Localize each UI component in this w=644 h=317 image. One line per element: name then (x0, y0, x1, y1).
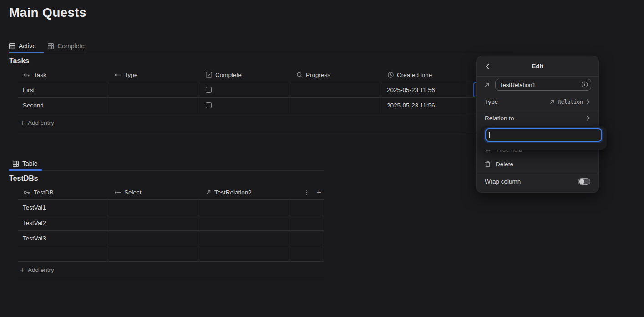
column-controls: ⋮ + (291, 188, 324, 197)
table-grid-icon (48, 43, 54, 49)
chevron-left-icon[interactable] (484, 63, 491, 70)
delete-row[interactable]: Delete (477, 157, 598, 171)
column-header-label: Complete (215, 72, 242, 78)
popup-divider (477, 173, 598, 173)
tab-complete[interactable]: Complete (48, 42, 85, 50)
table-row[interactable]: TestVal2 (18, 215, 324, 230)
arrow-ne-icon (549, 99, 555, 105)
checkbox-checked-icon (206, 72, 212, 78)
plus-icon: + (20, 119, 25, 127)
cell-select[interactable] (109, 231, 200, 246)
arrow-ne-icon (484, 82, 490, 88)
edit-field-popup: Edit Type Relation (476, 56, 599, 193)
table-row[interactable]: TestVal3 (18, 230, 324, 246)
cell-select[interactable] (109, 246, 200, 261)
column-header-label: Type (124, 72, 137, 78)
table-tabbar-divider (9, 170, 324, 171)
column-header-task[interactable]: Task (18, 72, 109, 78)
text-property-icon (115, 191, 121, 194)
add-entry-label: Add entry (28, 266, 54, 273)
testdbs-add-entry-row: + Add entry (18, 261, 324, 278)
field-name-row (477, 76, 598, 94)
cell-complete[interactable] (200, 82, 291, 97)
cell-select[interactable] (109, 215, 200, 230)
add-column-icon[interactable]: + (316, 188, 321, 197)
add-entry-label: Add entry (28, 119, 54, 126)
cell-extra[interactable] (291, 231, 324, 246)
cell-relation[interactable] (200, 215, 291, 230)
cell-type[interactable] (109, 98, 200, 113)
cell-type[interactable] (109, 82, 200, 97)
page-title: Main Quests (9, 5, 86, 20)
cell-relation[interactable] (200, 246, 291, 261)
cell-relation[interactable] (200, 200, 291, 215)
cell-select[interactable] (109, 200, 200, 215)
cell-extra[interactable] (291, 200, 324, 215)
table-row[interactable]: Second 2025-05-23 11:56 (18, 97, 513, 113)
info-icon[interactable] (581, 81, 588, 88)
table-grid-icon (9, 43, 15, 49)
cell-testdb[interactable] (18, 246, 109, 261)
cell-relation[interactable] (200, 231, 291, 246)
popup-header: Edit (477, 56, 598, 76)
cell-extra[interactable] (291, 246, 324, 261)
table-row[interactable]: TestVal1 (18, 199, 324, 215)
relation-search-input[interactable] (485, 128, 602, 142)
chevron-right-icon (586, 115, 590, 121)
tab-active-label: Active (19, 42, 36, 50)
tasks-table: Task Type Complete Prog (18, 67, 513, 132)
type-row[interactable]: Type Relation (477, 94, 598, 110)
column-header-type[interactable]: Type (109, 72, 200, 78)
cell-progress[interactable] (291, 82, 382, 97)
cell-testdb[interactable]: TestVal3 (18, 231, 109, 246)
tasks-table-header: Task Type Complete Prog (18, 67, 513, 82)
column-header-select[interactable]: Select (109, 189, 200, 196)
checkbox-unchecked[interactable] (206, 102, 212, 108)
arrow-ne-icon (206, 189, 211, 195)
cell-extra[interactable] (291, 215, 324, 230)
table-row[interactable]: First 2025-05-23 11:56 (18, 82, 513, 97)
type-value-label: Relation (558, 99, 583, 105)
key-icon (24, 190, 30, 195)
more-options-icon[interactable]: ⋮ (304, 189, 310, 196)
type-value: Relation (549, 99, 590, 105)
top-tab-active-underline (9, 52, 44, 53)
column-header-label: TestDB (34, 189, 54, 196)
top-tabbar: Active Complete (9, 40, 85, 52)
column-header-testdb[interactable]: TestDB (18, 189, 109, 196)
column-header-complete[interactable]: Complete (200, 72, 291, 78)
chevron-right-icon (586, 99, 590, 105)
popup-title: Edit (532, 63, 543, 70)
search-icon (297, 72, 303, 78)
column-header-label: Task (34, 72, 46, 78)
add-entry-button[interactable]: + Add entry (18, 266, 54, 274)
checkbox-unchecked[interactable] (206, 87, 212, 93)
cell-testdb[interactable]: TestVal2 (18, 215, 109, 230)
cell-testdb[interactable]: TestVal1 (18, 200, 109, 215)
add-entry-button[interactable]: + Add entry (18, 119, 54, 127)
trash-icon (485, 161, 491, 167)
testdbs-table: TestDB Select TestRelation2 ⋮ + TestVal1 (18, 185, 324, 278)
wrap-column-label: Wrap column (485, 178, 521, 185)
cell-progress[interactable] (291, 98, 382, 113)
table-row[interactable] (18, 246, 324, 261)
tab-table[interactable]: Table (13, 160, 37, 167)
column-header-progress[interactable]: Progress (291, 72, 382, 78)
tasks-add-entry-row: + Add entry (18, 113, 513, 132)
cell-complete[interactable] (200, 98, 291, 113)
wrap-column-toggle[interactable] (578, 178, 590, 185)
relation-to-label: Relation to (485, 115, 514, 122)
tasks-heading: Tasks (9, 57, 29, 65)
column-header-label: Created time (397, 72, 432, 78)
wrap-column-row: Wrap column (477, 174, 598, 189)
toggle-knob (579, 179, 584, 184)
cell-task[interactable]: First (18, 82, 109, 97)
column-header-label: TestRelation2 (214, 189, 252, 196)
tab-table-label: Table (22, 160, 37, 167)
testdbs-heading: TestDBs (9, 174, 38, 183)
field-name-input[interactable] (495, 79, 591, 91)
relation-to-row[interactable]: Relation to (477, 110, 598, 126)
column-header-testrelation2[interactable]: TestRelation2 (200, 189, 291, 196)
cell-task[interactable]: Second (18, 98, 109, 113)
tab-active[interactable]: Active (9, 42, 36, 50)
